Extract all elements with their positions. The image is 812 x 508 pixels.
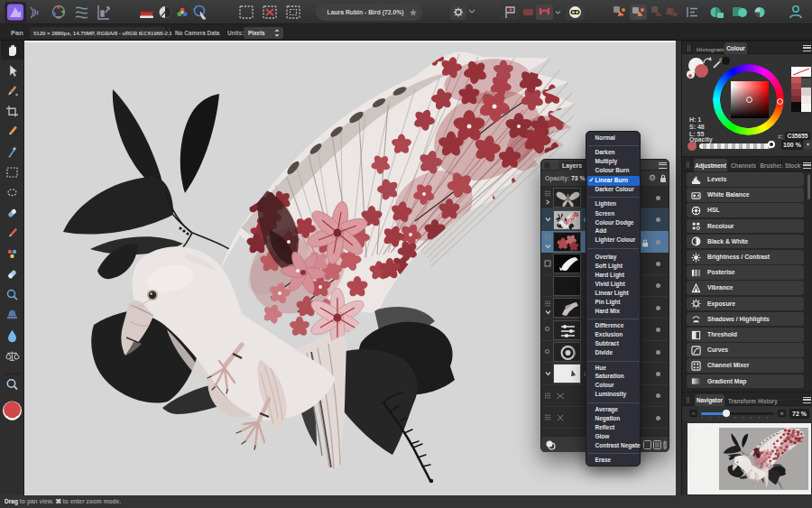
svg-text:Laura Rubin - Bird (72.0%): Laura Rubin - Bird (72.0%) (328, 9, 404, 16)
